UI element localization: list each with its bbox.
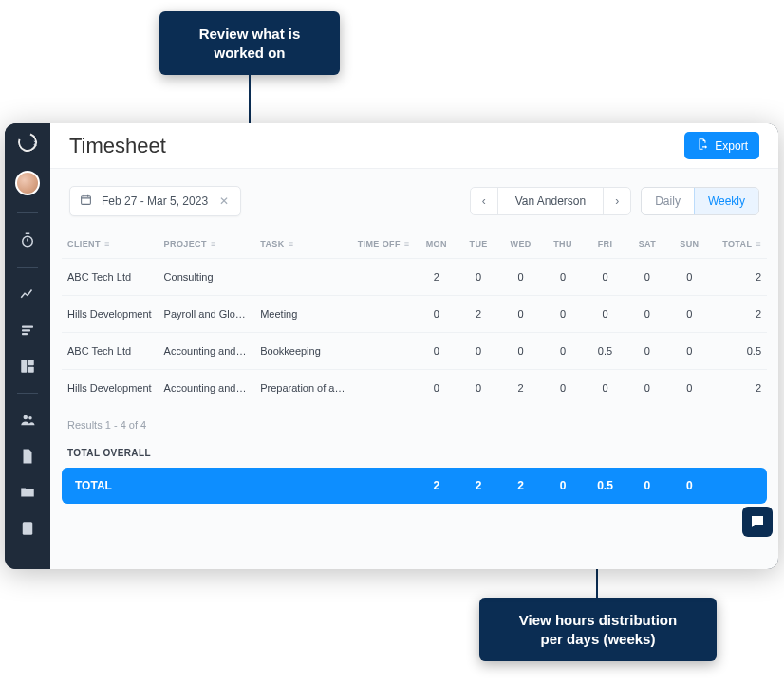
header: Timesheet Export: [50, 123, 778, 169]
avatar[interactable]: [15, 171, 40, 195]
list-check-icon[interactable]: [18, 321, 37, 340]
clear-date-icon[interactable]: ✕: [217, 194, 231, 208]
col-timeoff[interactable]: TIME OFF≡: [351, 230, 416, 259]
cell-tue: 0: [457, 370, 499, 407]
calendar-icon: [80, 194, 92, 209]
cell-mon: 2: [416, 259, 457, 296]
col-sat[interactable]: SAT: [626, 230, 668, 259]
stopwatch-icon[interactable]: [18, 231, 37, 249]
col-mon[interactable]: MON: [416, 230, 457, 259]
cell-sat: 0: [626, 333, 668, 370]
sort-icon: ≡: [289, 240, 294, 249]
prev-person-button[interactable]: ‹: [471, 188, 497, 214]
cell-project: Accounting and …: [159, 370, 255, 407]
cell-tue: 0: [457, 333, 499, 370]
export-button[interactable]: Export: [684, 132, 759, 159]
cell-task: Meeting: [254, 296, 351, 333]
cell-client: ABC Tech Ltd: [62, 333, 159, 370]
team-icon[interactable]: [18, 411, 37, 430]
daily-toggle[interactable]: Daily: [642, 188, 694, 214]
cell-tue: 0: [457, 259, 499, 296]
date-range-text: Feb 27 - Mar 5, 2023: [102, 194, 208, 208]
col-client[interactable]: CLIENT≡: [62, 230, 159, 259]
svg-point-7: [24, 415, 28, 420]
svg-rect-5: [28, 360, 34, 365]
cell-fri: 0: [584, 296, 625, 333]
total-thu: 0: [542, 468, 584, 504]
weekly-toggle[interactable]: Weekly: [694, 188, 758, 214]
sort-icon: ≡: [211, 240, 216, 249]
col-tue[interactable]: TUE: [457, 230, 499, 259]
cell-fri: 0.5: [584, 333, 625, 370]
export-label: Export: [715, 139, 748, 153]
total-fri: 0.5: [584, 468, 625, 504]
cell-total: 2: [711, 259, 767, 296]
cell-wed: 0: [499, 333, 541, 370]
total-grand: [711, 468, 767, 504]
cell-thu: 0: [542, 370, 584, 407]
col-sun[interactable]: SUN: [668, 230, 710, 259]
cell-task: Preparation of a…: [254, 370, 351, 407]
col-project[interactable]: PROJECT≡: [159, 230, 255, 259]
view-toggle: Daily Weekly: [641, 187, 759, 215]
dashboard-icon[interactable]: [18, 357, 37, 376]
person-nav: ‹ Van Anderson ›: [470, 187, 632, 215]
annotation-top-text: Review what is worked on: [199, 26, 301, 61]
cell-thu: 0: [542, 296, 584, 333]
toolbar: Feb 27 - Mar 5, 2023 ✕ ‹ Van Anderson › …: [50, 169, 778, 230]
cell-mon: 0: [416, 333, 457, 370]
cell-thu: 0: [542, 333, 584, 370]
cell-project: Consulting: [159, 259, 255, 296]
svg-rect-6: [28, 367, 34, 373]
col-thu[interactable]: THU: [542, 230, 584, 259]
table-row[interactable]: Hills DevelopmentPayroll and Glob…Meetin…: [62, 296, 767, 333]
sort-icon: ≡: [756, 240, 761, 249]
cell-total: 2: [711, 296, 767, 333]
next-person-button[interactable]: ›: [604, 188, 630, 214]
chat-widget-icon[interactable]: [742, 507, 773, 537]
results-count: Results 1 - 4 of 4: [50, 406, 778, 448]
cell-task: Bookkeeping: [254, 333, 351, 370]
cell-timeoff: [351, 296, 416, 333]
cell-task: [254, 259, 351, 296]
col-total[interactable]: TOTAL≡: [711, 230, 767, 259]
col-fri[interactable]: FRI: [584, 230, 625, 259]
table-row[interactable]: Hills DevelopmentAccounting and …Prepara…: [62, 370, 767, 407]
table-row[interactable]: ABC Tech LtdConsulting20000002: [62, 259, 767, 296]
svg-rect-9: [23, 522, 33, 535]
total-sat: 0: [626, 468, 668, 504]
cell-sat: 0: [626, 296, 668, 333]
total-tue: 2: [457, 468, 499, 504]
person-name[interactable]: Van Anderson: [497, 188, 605, 214]
svg-rect-3: [22, 333, 28, 335]
chevron-right-icon[interactable]: ›: [33, 137, 37, 148]
cell-wed: 2: [499, 370, 541, 407]
page-title: Timesheet: [69, 134, 166, 158]
cell-timeoff: [351, 259, 416, 296]
cell-thu: 0: [542, 259, 584, 296]
cell-sun: 0: [668, 370, 710, 407]
total-wed: 2: [499, 468, 541, 504]
svg-rect-1: [22, 326, 33, 328]
chart-line-icon[interactable]: [18, 285, 37, 304]
annotation-bottom-text: View hours distribution per days (weeks): [519, 612, 677, 647]
date-range-picker[interactable]: Feb 27 - Mar 5, 2023 ✕: [69, 186, 241, 216]
cell-wed: 0: [499, 259, 541, 296]
file-icon[interactable]: [18, 447, 37, 466]
folder-icon[interactable]: [18, 483, 37, 502]
annotation-bottom: View hours distribution per days (weeks): [479, 598, 717, 661]
export-icon: [696, 138, 709, 154]
svg-point-8: [28, 416, 31, 419]
app-window: › Timesheet: [5, 123, 778, 569]
cell-sat: 0: [626, 259, 668, 296]
col-wed[interactable]: WED: [499, 230, 541, 259]
cell-fri: 0: [584, 259, 625, 296]
cell-tue: 2: [457, 296, 499, 333]
total-sun: 0: [668, 468, 710, 504]
cell-sat: 0: [626, 370, 668, 407]
calculator-icon[interactable]: [18, 519, 37, 538]
cell-mon: 0: [416, 296, 457, 333]
table-row[interactable]: ABC Tech LtdAccounting and …Bookkeeping0…: [62, 333, 767, 370]
col-task[interactable]: TASK≡: [254, 230, 351, 259]
cell-timeoff: [351, 370, 416, 407]
